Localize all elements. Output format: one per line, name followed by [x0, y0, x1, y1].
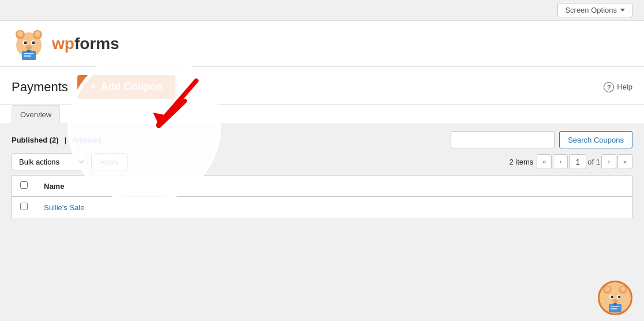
filter-separator: |: [65, 136, 66, 144]
row-checkbox[interactable]: [20, 203, 28, 210]
page-navigation: « ‹ of 1 › »: [537, 154, 632, 169]
content-area: Published (2) | Archived Search Coupons …: [0, 124, 644, 225]
add-coupon-button[interactable]: + Add Coupon: [77, 75, 175, 99]
select-all-checkbox[interactable]: [20, 181, 28, 189]
add-coupon-label: Add Coupon: [100, 81, 163, 93]
svg-point-9: [26, 45, 32, 49]
prev-page-icon: ‹: [559, 158, 561, 165]
logo-forms: forms: [74, 35, 119, 53]
tab-overview[interactable]: Overview: [12, 105, 60, 124]
row-checkbox-cell: [12, 197, 36, 218]
items-count: 2 items: [509, 158, 533, 166]
chevron-down-icon: [620, 9, 625, 12]
coupon-name-cell: Sullie's Sale: [36, 197, 632, 218]
logo-text: wpforms: [52, 35, 119, 53]
logo-area: wpforms: [12, 27, 119, 61]
svg-point-26: [611, 296, 613, 298]
svg-point-23: [620, 286, 626, 292]
top-bar: Screen Options: [0, 0, 644, 21]
svg-point-4: [35, 31, 40, 37]
last-page-button[interactable]: »: [617, 154, 632, 169]
prev-page-button[interactable]: ‹: [553, 154, 568, 169]
plus-icon: +: [90, 81, 96, 93]
bulk-actions-select[interactable]: Bulk actions: [12, 153, 87, 170]
next-page-icon: ›: [608, 158, 610, 165]
apply-button[interactable]: Apply: [91, 153, 128, 170]
wpforms-logo-bear: [12, 27, 46, 61]
tabs-area: Overview: [0, 105, 644, 124]
logo-wp: wp: [52, 35, 74, 53]
svg-point-27: [618, 296, 621, 298]
first-page-button[interactable]: «: [537, 154, 552, 169]
svg-rect-10: [22, 51, 36, 60]
filter-row: Published (2) | Archived Search Coupons: [12, 131, 632, 148]
table-row: Sullie's Sale: [12, 197, 632, 218]
page-title: Payments: [12, 80, 68, 95]
filter-right: Search Coupons: [451, 131, 632, 148]
search-input[interactable]: [451, 131, 555, 148]
bulk-left: Bulk actions Apply: [12, 153, 128, 170]
svg-point-3: [17, 31, 23, 37]
svg-rect-29: [609, 304, 621, 312]
archived-filter[interactable]: Archived: [72, 136, 102, 144]
bulk-right: 2 items « ‹ of 1 › »: [509, 154, 632, 169]
first-page-icon: «: [542, 158, 546, 165]
last-page-icon: »: [623, 158, 627, 165]
of-pages-label: of 1: [587, 158, 600, 166]
header-area: wpforms: [0, 21, 644, 67]
page-title-area: Payments + Add Coupon ? Help: [0, 67, 644, 105]
screen-options-button[interactable]: Screen Options: [557, 3, 632, 17]
svg-point-28: [613, 299, 618, 303]
bear-mascot-circle: [598, 281, 632, 315]
coupon-name-link[interactable]: Sullie's Sale: [44, 203, 84, 212]
svg-rect-13: [27, 50, 31, 52]
help-circle-icon: ?: [604, 82, 614, 92]
svg-rect-32: [613, 303, 616, 305]
bulk-row: Bulk actions Apply 2 items « ‹ of 1 › »: [12, 153, 632, 170]
screen-options-label: Screen Options: [565, 6, 617, 14]
select-all-col: [12, 176, 36, 197]
page-number-input[interactable]: [569, 154, 586, 169]
search-coupons-button[interactable]: Search Coupons: [559, 131, 632, 148]
name-column-header: Name: [36, 176, 632, 197]
filter-left: Published (2) | Archived: [12, 136, 102, 144]
published-filter[interactable]: Published (2): [12, 136, 59, 144]
coupons-table: Name Sullie's Sale: [12, 175, 632, 218]
bear-mascot-image: [600, 282, 631, 313]
page-title-row: Payments + Add Coupon: [12, 75, 175, 99]
help-link[interactable]: ? Help: [604, 82, 632, 92]
svg-point-22: [605, 286, 610, 292]
svg-point-7: [24, 41, 27, 44]
next-page-button[interactable]: ›: [601, 154, 616, 169]
help-label: Help: [617, 83, 632, 91]
svg-point-8: [32, 41, 35, 44]
bear-mascot: [598, 281, 632, 315]
